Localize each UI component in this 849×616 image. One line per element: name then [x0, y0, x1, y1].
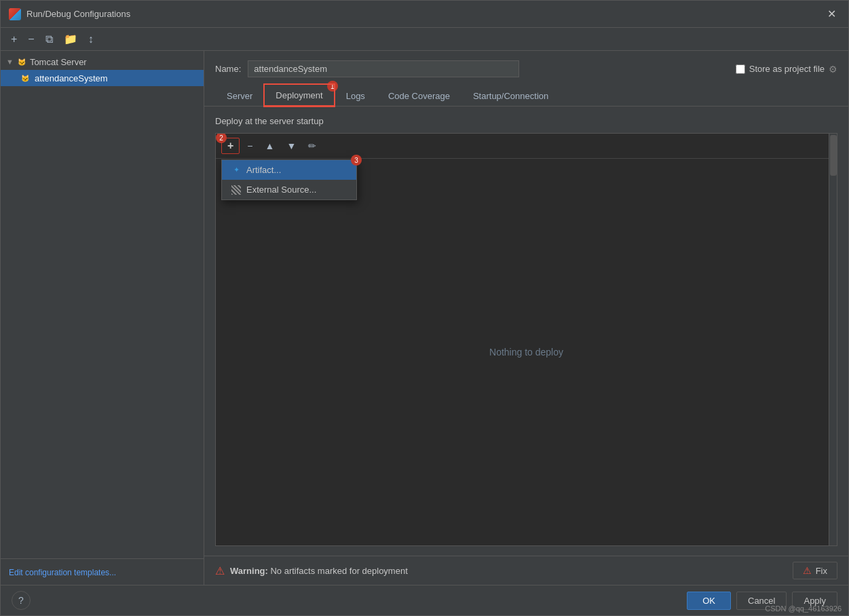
artifact-badge: 3	[351, 155, 362, 166]
warning-label: Warning:	[230, 566, 268, 576]
fix-label: Fix	[816, 566, 827, 576]
dialog-footer: ? OK Cancel Apply	[1, 585, 848, 615]
tab-server-label: Server	[227, 91, 252, 101]
right-panel: Name: Store as project file ⚙ Server Dep…	[204, 51, 848, 585]
configurations-tree: ▼ 🐱 Tomcat Server 🐱 attendanceSystem	[1, 51, 204, 558]
remove-deploy-button[interactable]: −	[242, 138, 257, 153]
ok-button[interactable]: OK	[687, 592, 731, 610]
tab-code-coverage[interactable]: Code Coverage	[377, 85, 461, 107]
edit-deploy-button[interactable]: ✏	[303, 138, 321, 153]
deploy-dropdown-menu: ✦ Artifact... 3 External Source...	[221, 159, 357, 200]
attendance-system-icon: 🐱	[20, 73, 31, 83]
name-row: Name: Store as project file ⚙	[204, 51, 848, 84]
store-gear-icon[interactable]: ⚙	[829, 64, 837, 75]
up-deploy-button[interactable]: ▲	[261, 138, 280, 153]
help-button[interactable]: ?	[12, 591, 31, 610]
name-input[interactable]	[248, 60, 519, 77]
sort-configuration-button[interactable]: ↕	[85, 32, 97, 47]
edit-templates-link[interactable]: Edit configuration templates...	[9, 568, 116, 577]
expand-chevron: ▼	[6, 58, 14, 66]
artifact-menu-item[interactable]: ✦ Artifact... 3	[222, 160, 356, 180]
attendance-system-item[interactable]: 🐱 attendanceSystem	[1, 70, 204, 86]
intellij-icon	[9, 8, 21, 20]
tomcat-server-group: ▼ 🐱 Tomcat Server 🐱 attendanceSystem	[1, 51, 204, 89]
warning-bar: ⚠ Warning: No artifacts marked for deplo…	[204, 556, 848, 585]
artifact-label: Artifact...	[246, 165, 281, 175]
attendance-system-label: attendanceSystem	[35, 73, 108, 83]
run-debug-dialog: Run/Debug Configurations ✕ + − ⧉ 📁 ↕ ▼ 🐱…	[0, 0, 849, 616]
add-configuration-button[interactable]: +	[7, 32, 20, 47]
tab-deployment-label: Deployment	[276, 90, 322, 100]
tab-deployment[interactable]: Deployment 1	[264, 84, 334, 107]
store-project-checkbox[interactable]	[736, 64, 745, 74]
tabs-bar: Server Deployment 1 Logs Code Coverage S…	[204, 84, 848, 107]
fix-icon: ⚠	[803, 565, 812, 576]
fix-button[interactable]: ⚠ Fix	[793, 562, 837, 579]
store-as-project-area: Store as project file ⚙	[736, 64, 837, 75]
folder-configuration-button[interactable]: 📁	[60, 31, 81, 47]
external-source-label: External Source...	[246, 185, 316, 195]
tab-logs[interactable]: Logs	[335, 85, 377, 107]
add-deploy-wrapper: + 2	[221, 138, 240, 154]
deploy-area: + 2 − ▲ ▼ ✏ ✦ Artifact...	[215, 133, 837, 546]
warning-text: Warning: No artifacts marked for deploym…	[230, 566, 787, 576]
tab-code-coverage-label: Code Coverage	[388, 91, 450, 101]
warning-detail: No artifacts marked for deployment	[270, 566, 407, 576]
name-label: Name:	[215, 64, 241, 74]
tab-startup-connection[interactable]: Startup/Connection	[461, 85, 560, 107]
title-bar-left: Run/Debug Configurations	[9, 8, 130, 20]
sidebar-footer: Edit configuration templates...	[1, 558, 204, 585]
tomcat-server-header[interactable]: ▼ 🐱 Tomcat Server	[1, 54, 204, 70]
down-deploy-button[interactable]: ▼	[282, 138, 301, 153]
store-project-label: Store as project file	[749, 64, 825, 74]
dialog-title: Run/Debug Configurations	[26, 9, 130, 19]
copy-configuration-button[interactable]: ⧉	[42, 32, 56, 47]
tomcat-icon: 🐱	[16, 56, 27, 67]
deploy-label: Deploy at the server startup	[215, 116, 837, 126]
tab-logs-label: Logs	[346, 91, 365, 101]
deployment-panel: Deploy at the server startup + 2 − ▲ ▼ ✏	[204, 107, 848, 556]
artifact-icon: ✦	[231, 166, 241, 175]
warning-icon: ⚠	[215, 564, 225, 577]
external-source-menu-item[interactable]: External Source...	[222, 180, 356, 199]
scroll-track[interactable]	[829, 134, 837, 545]
main-content: ▼ 🐱 Tomcat Server 🐱 attendanceSystem Edi…	[1, 51, 848, 585]
deploy-toolbar: + 2 − ▲ ▼ ✏	[216, 134, 837, 159]
sidebar: ▼ 🐱 Tomcat Server 🐱 attendanceSystem Edi…	[1, 51, 204, 585]
nothing-to-deploy-label: Nothing to deploy	[216, 159, 837, 545]
tab-server[interactable]: Server	[215, 85, 264, 107]
artifact-item-wrapper: ✦ Artifact... 3	[222, 160, 356, 180]
remove-configuration-button[interactable]: −	[24, 32, 37, 47]
close-button[interactable]: ✕	[823, 7, 840, 21]
tomcat-group-label: Tomcat Server	[30, 57, 87, 67]
configurations-toolbar: + − ⧉ 📁 ↕	[1, 28, 848, 51]
external-source-icon	[231, 185, 241, 195]
title-bar: Run/Debug Configurations ✕	[1, 1, 848, 28]
scroll-thumb	[830, 135, 837, 176]
tab-startup-label: Startup/Connection	[473, 91, 548, 101]
watermark-text: CSDN @qq_46163926	[765, 604, 842, 613]
